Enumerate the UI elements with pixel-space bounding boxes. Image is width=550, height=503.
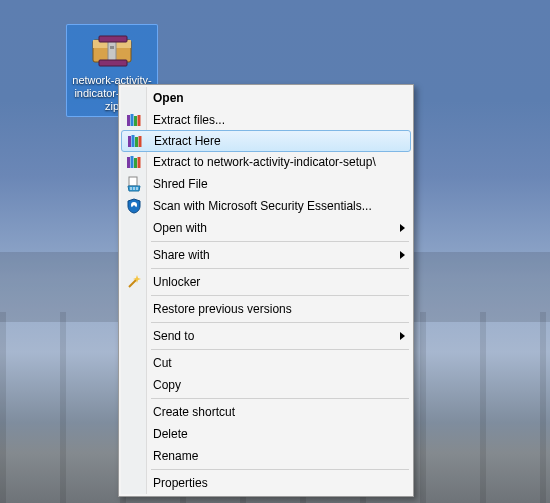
menu-item-label: Share with (153, 248, 210, 262)
menu-item-label: Copy (153, 378, 181, 392)
svg-rect-11 (132, 135, 135, 147)
svg-rect-10 (128, 136, 131, 147)
menu-item-create-shortcut[interactable]: Create shortcut (121, 401, 411, 423)
svg-rect-7 (131, 114, 134, 126)
menu-item-label: Send to (153, 329, 194, 343)
menu-item-label: Extract files... (153, 113, 225, 127)
winrar-books-icon (126, 154, 142, 170)
menu-item-label: Extract Here (154, 134, 221, 148)
svg-rect-16 (134, 158, 137, 168)
menu-item-label: Unlocker (153, 275, 200, 289)
menu-item-label: Cut (153, 356, 172, 370)
svg-rect-14 (127, 157, 130, 168)
menu-item-unlocker[interactable]: Unlocker (121, 271, 411, 293)
menu-item-label: Delete (153, 427, 188, 441)
menu-item-label: Extract to network-activity-indicator-se… (153, 155, 376, 169)
menu-item-send-to[interactable]: Send to (121, 325, 411, 347)
menu-item-label: Scan with Microsoft Security Essentials.… (153, 199, 372, 213)
menu-item-label: Open (153, 91, 184, 105)
svg-rect-15 (131, 156, 134, 168)
menu-item-label: Create shortcut (153, 405, 235, 419)
menu-item-share-with[interactable]: Share with (121, 244, 411, 266)
menu-item-properties[interactable]: Properties (121, 472, 411, 494)
menu-item-label: Rename (153, 449, 198, 463)
winrar-books-icon (126, 112, 142, 128)
menu-item-extract-files[interactable]: Extract files... (121, 109, 411, 131)
svg-rect-12 (135, 137, 138, 147)
context-menu: Open Extract files... Extract Here (118, 84, 414, 497)
menu-item-label: Open with (153, 221, 207, 235)
svg-rect-5 (99, 60, 127, 66)
svg-rect-9 (138, 115, 141, 126)
svg-rect-8 (134, 116, 137, 126)
submenu-arrow-icon (400, 332, 405, 340)
svg-rect-13 (139, 136, 142, 147)
menu-item-shred-file[interactable]: Shred File (121, 173, 411, 195)
menu-item-open[interactable]: Open (121, 87, 411, 109)
winrar-archive-icon (90, 30, 134, 70)
svg-rect-18 (129, 177, 137, 186)
winrar-books-icon (127, 133, 143, 149)
file-shred-icon (126, 176, 142, 192)
desktop[interactable]: network-activity-indicator-setup.zip Ope… (0, 0, 550, 503)
menu-item-extract-here[interactable]: Extract Here (121, 130, 411, 152)
mse-shield-icon (126, 198, 142, 214)
menu-item-rename[interactable]: Rename (121, 445, 411, 467)
submenu-arrow-icon (400, 224, 405, 232)
svg-line-24 (129, 279, 137, 287)
svg-rect-2 (108, 40, 116, 62)
svg-rect-6 (127, 115, 130, 126)
menu-item-restore-versions[interactable]: Restore previous versions (121, 298, 411, 320)
submenu-arrow-icon (400, 251, 405, 259)
menu-item-label: Properties (153, 476, 208, 490)
menu-item-label: Restore previous versions (153, 302, 292, 316)
menu-item-extract-to[interactable]: Extract to network-activity-indicator-se… (121, 151, 411, 173)
svg-rect-3 (110, 46, 114, 49)
unlocker-wand-icon (126, 274, 142, 290)
menu-item-copy[interactable]: Copy (121, 374, 411, 396)
menu-item-open-with[interactable]: Open with (121, 217, 411, 239)
menu-item-cut[interactable]: Cut (121, 352, 411, 374)
svg-rect-4 (99, 36, 127, 42)
menu-item-delete[interactable]: Delete (121, 423, 411, 445)
menu-item-scan-mse[interactable]: Scan with Microsoft Security Essentials.… (121, 195, 411, 217)
svg-rect-17 (138, 157, 141, 168)
menu-item-label: Shred File (153, 177, 208, 191)
